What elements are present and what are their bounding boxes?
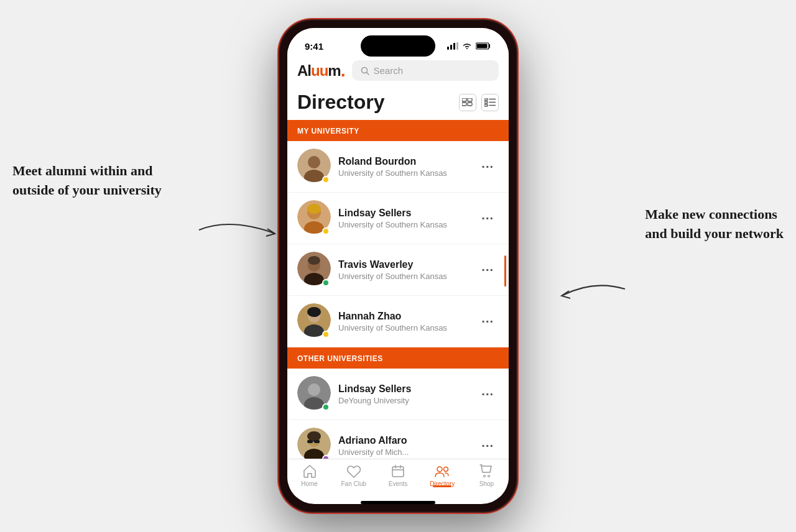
annotation-left: Meet alumni within andoutside of your un… — [12, 162, 162, 200]
status-dot-roland — [322, 176, 330, 183]
nav-item-events[interactable]: Events — [376, 464, 420, 487]
person-info-lindsay: Lindsay Sellers University of Southern K… — [338, 208, 469, 229]
status-dot-lindsay2 — [322, 403, 330, 411]
search-icon — [361, 66, 369, 75]
phone-shell: 9:41 — [280, 21, 516, 511]
avatar-wrap-travis — [297, 252, 331, 288]
svg-point-47 — [437, 467, 442, 472]
status-icons — [447, 42, 491, 50]
person-uni-lindsay: University of Southern Kansas — [338, 220, 469, 229]
more-button-lindsay2[interactable]: ··· — [476, 385, 499, 404]
person-info-adriano: Adriano Alfaro University of Mich... — [338, 435, 469, 457]
nav-label-events: Events — [389, 480, 408, 487]
nav-label-home: Home — [301, 480, 318, 487]
svg-rect-3 — [456, 42, 458, 50]
person-uni-lindsay2: DeYoung University — [338, 396, 469, 405]
section-my-university: MY UNIVERSITY — [287, 120, 509, 141]
svg-rect-9 — [468, 98, 472, 101]
person-uni-travis: University of Southern Kansas — [338, 272, 469, 281]
person-item-travis[interactable]: Travis Waverley University of Southern K… — [287, 244, 509, 296]
person-item-hannah[interactable]: Hannah Zhao University of Southern Kansa… — [287, 296, 509, 347]
nav-item-fanclub[interactable]: Fan Club — [331, 464, 376, 487]
more-button-hannah[interactable]: ··· — [476, 312, 499, 331]
list-view-toggle[interactable] — [459, 94, 476, 111]
arrow-left — [193, 211, 280, 249]
svg-point-32 — [307, 307, 321, 317]
directory-icon — [434, 464, 450, 478]
avatar-wrap-hannah — [297, 303, 331, 339]
grid-view-toggle[interactable] — [481, 94, 499, 111]
fanclub-icon — [346, 464, 361, 478]
svg-rect-11 — [468, 103, 472, 106]
svg-rect-14 — [484, 104, 488, 106]
view-toggle — [459, 94, 499, 111]
content-area: MY UNIVERSITY Roland Bourdon — [287, 120, 509, 459]
svg-rect-5 — [477, 44, 488, 48]
wifi-icon — [462, 42, 472, 50]
person-item-roland[interactable]: Roland Bourdon University of Southern Ka… — [287, 141, 509, 193]
avatar-wrap-lindsay — [297, 200, 331, 236]
person-item-lindsay[interactable]: Lindsay Sellers University of Southern K… — [287, 193, 509, 244]
person-name-travis: Travis Waverley — [338, 259, 469, 270]
page-title: Directory — [297, 91, 385, 114]
person-item-lindsay2[interactable]: Lindsay Sellers DeYoung University ··· — [287, 369, 509, 420]
avatar-wrap-lindsay2 — [297, 376, 331, 412]
person-info-travis: Travis Waverley University of Southern K… — [338, 259, 469, 281]
home-icon — [302, 464, 317, 478]
nav-item-shop[interactable]: Shop — [465, 464, 509, 487]
svg-point-24 — [307, 204, 321, 214]
battery-icon — [476, 42, 491, 50]
person-name-adriano: Adriano Alfaro — [338, 435, 469, 446]
dynamic-island — [361, 35, 435, 57]
app-logo: Aluum. — [297, 62, 345, 80]
person-name-hannah: Hannah Zhao — [338, 311, 469, 322]
search-bar[interactable]: Search — [352, 60, 499, 81]
nav-indicator-directory — [433, 485, 451, 487]
svg-rect-1 — [450, 45, 452, 50]
avatar-wrap-roland — [297, 149, 331, 185]
svg-point-34 — [308, 383, 320, 396]
svg-rect-40 — [307, 440, 313, 443]
more-button-lindsay[interactable]: ··· — [476, 209, 499, 228]
svg-line-7 — [367, 72, 369, 75]
page-title-bar: Directory — [287, 86, 509, 120]
section-other-universities: OTHER UNIVERSITIES — [287, 347, 509, 369]
svg-point-39 — [307, 431, 321, 441]
my-university-list: Roland Bourdon University of Southern Ka… — [287, 141, 509, 347]
nav-label-shop: Shop — [479, 480, 494, 487]
nav-item-home[interactable]: Home — [287, 464, 331, 487]
search-input-placeholder: Search — [373, 65, 403, 76]
svg-rect-8 — [462, 98, 466, 101]
svg-point-28 — [308, 256, 320, 265]
phone-screen: 9:41 — [287, 28, 509, 504]
status-time: 9:41 — [305, 41, 323, 52]
svg-rect-43 — [392, 467, 404, 477]
arrow-right — [557, 273, 631, 305]
person-name-roland: Roland Bourdon — [338, 156, 469, 167]
more-button-travis[interactable]: ··· — [476, 260, 499, 280]
person-uni-adriano: University of Mich... — [338, 447, 469, 457]
person-uni-roland: University of Southern Kansas — [338, 168, 469, 178]
svg-rect-13 — [484, 101, 488, 103]
svg-point-49 — [484, 475, 486, 477]
home-indicator — [361, 501, 435, 504]
person-name-lindsay: Lindsay Sellers — [338, 208, 469, 219]
svg-point-19 — [308, 156, 320, 168]
annotation-right: Make new connectionsand build your netwo… — [645, 205, 784, 244]
signal-icon — [447, 42, 458, 50]
nav-item-directory[interactable]: Directory — [420, 464, 465, 487]
status-dot-lindsay — [322, 227, 330, 235]
svg-rect-12 — [484, 98, 488, 100]
status-dot-adriano — [322, 455, 330, 459]
person-item-adriano[interactable]: Adriano Alfaro University of Mich... ··· — [287, 420, 509, 459]
app-header: Aluum. Search — [287, 55, 509, 86]
section-title-my-university: MY UNIVERSITY — [297, 127, 359, 135]
logo-accent: uu — [311, 62, 328, 80]
more-button-adriano[interactable]: ··· — [476, 436, 499, 456]
shop-icon — [479, 464, 493, 478]
status-dot-hannah — [322, 331, 330, 338]
other-universities-list: Lindsay Sellers DeYoung University ··· — [287, 369, 509, 459]
svg-rect-41 — [314, 440, 320, 443]
svg-rect-10 — [462, 103, 466, 106]
more-button-roland[interactable]: ··· — [476, 157, 499, 177]
